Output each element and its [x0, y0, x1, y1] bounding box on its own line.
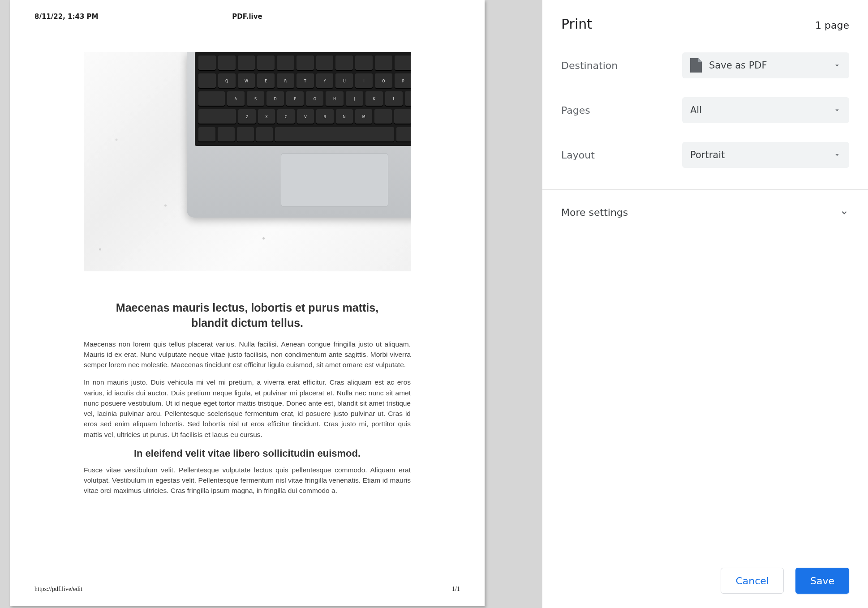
- doc-paragraph: Maecenas non lorem quis tellus placerat …: [84, 339, 411, 370]
- laptop-graphic: QWERTYUIOP ASDFGHJKL ZXCVBNM: [187, 52, 411, 218]
- pdf-file-icon: [690, 58, 702, 73]
- save-button-label: Save: [810, 575, 834, 587]
- dialog-buttons: Cancel Save: [561, 568, 849, 596]
- print-dialog: 8/11/22, 1:43 PM PDF.live QWERTYUIOP ASD…: [0, 0, 868, 608]
- chevron-down-icon: [833, 61, 841, 69]
- footer-url: https://pdf.live/edit: [34, 586, 82, 593]
- hero-image: QWERTYUIOP ASDFGHJKL ZXCVBNM: [84, 52, 411, 271]
- page-footer: https://pdf.live/edit 1/1: [34, 586, 460, 593]
- cancel-button-label: Cancel: [735, 575, 769, 587]
- destination-label: Destination: [561, 60, 682, 71]
- footer-page-number: 1/1: [452, 586, 460, 593]
- cancel-button[interactable]: Cancel: [721, 568, 784, 594]
- destination-select[interactable]: Save as PDF: [682, 52, 849, 78]
- destination-row: Destination Save as PDF: [561, 52, 849, 78]
- pages-value: All: [690, 105, 702, 116]
- settings-panel: Print 1 page Destination Save as PDF Pag…: [542, 0, 868, 608]
- doc-heading-1: Maecenas mauris lectus, lobortis et puru…: [106, 300, 388, 331]
- layout-value: Portrait: [690, 150, 725, 160]
- divider: [542, 189, 868, 190]
- document-body: Maecenas mauris lectus, lobortis et puru…: [84, 296, 411, 503]
- header-title: PDF.live: [10, 13, 485, 21]
- pages-label: Pages: [561, 105, 682, 116]
- pages-select[interactable]: All: [682, 97, 849, 123]
- layout-row: Layout Portrait: [561, 142, 849, 168]
- panel-title: Print: [561, 16, 592, 32]
- destination-value: Save as PDF: [709, 60, 767, 71]
- preview-pane[interactable]: 8/11/22, 1:43 PM PDF.live QWERTYUIOP ASD…: [0, 0, 542, 608]
- doc-paragraph: In non mauris justo. Duis vehicula mi ve…: [84, 377, 411, 440]
- chevron-down-icon: [839, 208, 849, 218]
- chevron-down-icon: [833, 106, 841, 114]
- panel-header: Print 1 page: [561, 16, 849, 32]
- chevron-down-icon: [833, 151, 841, 159]
- layout-select[interactable]: Portrait: [682, 142, 849, 168]
- layout-label: Layout: [561, 150, 682, 161]
- more-settings-label: More settings: [561, 207, 628, 218]
- doc-heading-2: In eleifend velit vitae libero sollicitu…: [84, 448, 411, 459]
- more-settings-toggle[interactable]: More settings: [561, 205, 849, 220]
- pages-row: Pages All: [561, 97, 849, 123]
- save-button[interactable]: Save: [795, 568, 849, 594]
- preview-page: 8/11/22, 1:43 PM PDF.live QWERTYUIOP ASD…: [10, 0, 485, 606]
- page-count: 1 page: [815, 20, 849, 31]
- doc-paragraph: Fusce vitae vestibulum velit. Pellentesq…: [84, 465, 411, 496]
- page-header: 8/11/22, 1:43 PM PDF.live: [34, 13, 460, 21]
